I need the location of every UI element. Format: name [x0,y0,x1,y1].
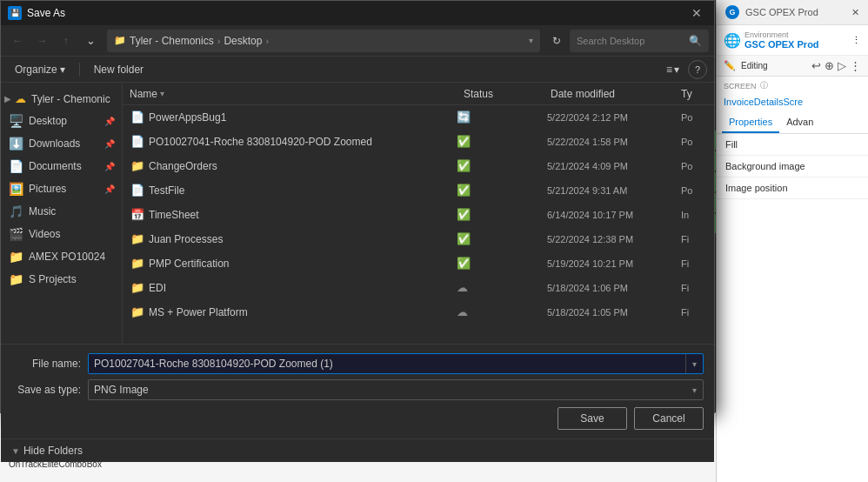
sidebar-item-downloads[interactable]: ⬇️ Downloads 📌 [1,132,122,155]
videos-icon: 🎬 [8,227,23,241]
file-name-5: Juan Processes [149,233,453,245]
sidebar-item-videos[interactable]: 🎬 Videos [1,223,122,245]
file-status-8: ☁ [457,305,544,318]
file-row-7[interactable]: 📁 EDI ☁ 5/18/2024 1:06 PM Fi [123,276,714,300]
file-row-8[interactable]: 📁 MS + Power Platform ☁ 5/18/2024 1:05 P… [123,300,714,325]
panel-btn4[interactable]: ⋮ [850,59,861,72]
amex-label: AMEX PO10024 [29,251,115,263]
prop-fill: Fill [717,134,868,156]
tab-properties[interactable]: Properties [722,112,779,133]
view-button[interactable]: ≡ ▾ [666,60,679,79]
up-button[interactable]: ↑ [55,30,77,52]
music-icon: 🎵 [8,204,23,218]
file-type-8: Fi [681,307,707,318]
save-as-dialog: 💾 Save As ✕ ← → ↑ ⌄ 📁 Tyler - Chemonics … [0,0,715,413]
help-button[interactable]: ? [688,60,707,79]
sidebar-item-pictures[interactable]: 🖼️ Pictures 📌 [1,177,122,200]
panel-btn1[interactable]: ↩ [811,59,821,72]
filename-input-container[interactable]: ▾ [88,353,704,374]
cancel-button[interactable]: Cancel [634,407,704,430]
desktop-pin: 📌 [104,117,115,126]
breadcrumb-dropdown[interactable]: ▾ [529,36,533,45]
file-list-container[interactable]: Name ▾ Status Date modified Ty 📄 PowerAp… [123,83,714,344]
savetype-label: Save as type: [11,384,81,396]
file-status-7: ☁ [457,281,544,294]
new-folder-label: New folder [94,64,144,76]
status-ok-icon: ✅ [457,159,471,172]
file-type-3: Po [681,185,707,196]
header-icon: ✕ [851,7,859,18]
save-button[interactable]: Save [558,407,627,430]
new-folder-button[interactable]: New folder [87,60,150,79]
file-rows: 📄 PowerAppsBug1 🔄 5/22/2024 2:12 PM Po 📄… [123,105,714,325]
file-type-2: Po [681,161,707,171]
file-icon-1: 📄 [130,135,145,148]
file-status-4: ✅ [457,208,544,221]
dialog-close-button[interactable]: ✕ [686,3,707,23]
panel-menu-icon[interactable]: ⋮ [851,35,861,46]
search-icon: 🔍 [689,35,702,47]
savetype-select-container[interactable]: PNG Image ▾ [88,379,704,400]
screen-label: SCREEN [724,82,757,90]
file-row-3[interactable]: 📄 TestFile ✅ 5/21/2024 9:31 AM Po [123,178,714,203]
gsc-label: GSC OPEX Prod [745,7,818,17]
file-row-0[interactable]: 📄 PowerAppsBug1 🔄 5/22/2024 2:12 PM Po [123,105,714,130]
organize-button[interactable]: Organize ▾ [8,60,72,79]
panel-btn3[interactable]: ▷ [838,59,846,72]
recent-button[interactable]: ⌄ [79,30,102,52]
file-date-1: 5/22/2024 1:58 PM [547,137,678,147]
tab-advanced[interactable]: Advan [779,112,820,133]
file-date-2: 5/21/2024 4:09 PM [547,161,678,171]
view-icon: ≡ [666,64,672,76]
filename-input[interactable] [89,354,685,373]
sidebar-parent[interactable]: ▶ ☁ Tyler - Chemonic [1,88,122,110]
col-header-name[interactable]: Name ▾ [130,88,464,100]
savetype-dropdown-btn[interactable]: ▾ [685,380,703,399]
filename-dropdown-btn[interactable]: ▾ [685,354,703,373]
status-ok-icon: ✅ [457,257,471,270]
pictures-icon: 🖼️ [8,182,23,196]
file-date-0: 5/22/2024 2:12 PM [547,112,678,123]
file-date-8: 5/18/2024 1:05 PM [547,307,678,318]
sidebar-item-desktop[interactable]: 🖥️ Desktop 📌 [1,110,122,132]
onedrive-icon: ☁ [15,92,26,105]
sidebar-item-music[interactable]: 🎵 Music [1,200,122,223]
file-row-2[interactable]: 📁 ChangeOrders ✅ 5/21/2024 4:09 PM Po [123,154,714,178]
col-header-status[interactable]: Status [464,88,551,100]
file-icon-5: 📁 [130,232,145,245]
pictures-label: Pictures [29,183,99,195]
sidebar-item-amex[interactable]: 📁 AMEX PO10024 [1,245,122,268]
expand-icon: ▶ [4,94,11,104]
status-ok-icon: ✅ [457,208,471,221]
refresh-button[interactable]: ↻ [545,30,568,52]
file-row-6[interactable]: 📁 PMP Certification ✅ 5/19/2024 10:21 PM… [123,251,714,276]
file-row-1[interactable]: 📄 PO10027041-Roche 8308104920-POD Zoomed… [123,130,714,154]
sidebar-item-sprojects[interactable]: 📁 S Projects [1,268,122,291]
file-type-5: Fi [681,234,707,244]
screen-help: ⓘ [760,80,768,91]
search-box[interactable]: Search Desktop 🔍 [570,30,709,52]
organize-dropdown-icon: ▾ [60,64,65,76]
file-row-5[interactable]: 📁 Juan Processes ✅ 5/22/2024 12:38 PM Fi [123,227,714,251]
hide-folders-label[interactable]: Hide Folders [23,445,83,457]
file-row-4[interactable]: 📅 TimeSheet ✅ 6/14/2024 10:17 PM In [123,203,714,227]
status-sync-icon: 🔄 [457,110,471,124]
back-button[interactable]: ← [6,30,29,52]
gsc-icon: G [725,5,739,19]
forward-button[interactable]: → [30,30,53,52]
panel-btn2[interactable]: ⊕ [825,59,834,72]
prop-image-pos: Image position [717,177,868,199]
hide-folders-toggle[interactable]: ▼ [11,446,20,456]
col-header-date[interactable]: Date modified [551,88,681,100]
right-panel-header: G GSC OPEX Prod ✕ [717,0,868,25]
screen-name: InvoiceDetailsScre [717,95,868,112]
col-header-type: Ty [681,88,707,100]
file-type-4: In [681,210,707,220]
sidebar-item-documents[interactable]: 📄 Documents 📌 [1,155,122,177]
file-date-6: 5/19/2024 10:21 PM [547,258,678,269]
status-cloud-icon: ☁ [457,305,468,318]
nav-bar: ← → ↑ ⌄ 📁 Tyler - Chemonics › Desktop › … [1,25,714,57]
file-name-3: TestFile [149,184,453,197]
videos-label: Videos [29,228,115,240]
breadcrumb-bar[interactable]: 📁 Tyler - Chemonics › Desktop › ▾ [107,30,540,52]
